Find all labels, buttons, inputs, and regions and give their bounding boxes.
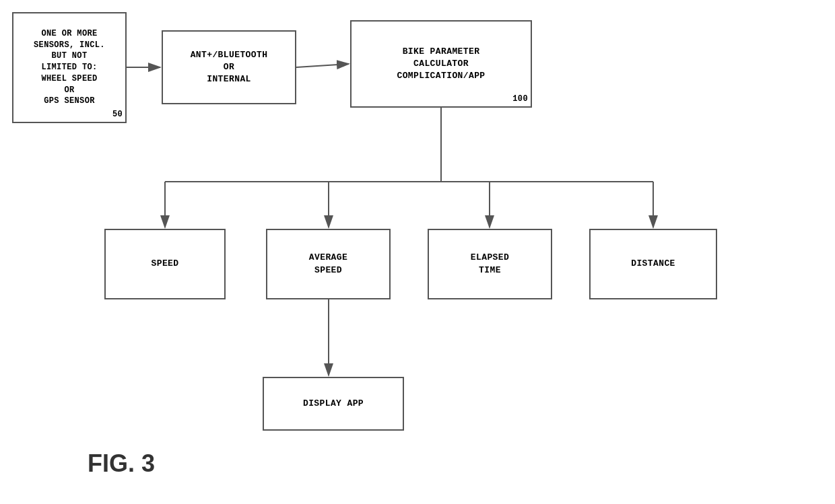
box-avg-speed: AVERAGESPEED — [266, 229, 391, 299]
diagram-container: ONE OR MORESENSORS, INCL.BUT NOTLIMITED … — [0, 0, 835, 504]
box-sensors: ONE OR MORESENSORS, INCL.BUT NOTLIMITED … — [12, 12, 127, 123]
box-ant-label: ANT+/BLUETOOTHORINTERNAL — [191, 49, 268, 86]
box-display-app-label: DISPLAY APP — [303, 398, 364, 410]
figure-label: FIG. 3 — [88, 449, 155, 478]
box-distance-label: DISTANCE — [631, 258, 675, 270]
box-avg-speed-label: AVERAGESPEED — [309, 252, 347, 276]
box-distance: DISTANCE — [589, 229, 717, 299]
box-elapsed-time: ELAPSEDTIME — [428, 229, 552, 299]
box-calculator-label: BIKE PARAMETERCALCULATORCOMPLICATION/APP — [397, 46, 485, 83]
box-speed-label: SPEED — [152, 258, 179, 270]
box-display-app: DISPLAY APP — [263, 377, 404, 431]
box-calculator: BIKE PARAMETERCALCULATORCOMPLICATION/APP… — [350, 20, 532, 108]
box-calculator-num: 100 — [512, 94, 528, 105]
box-sensors-label: ONE OR MORESENSORS, INCL.BUT NOTLIMITED … — [34, 28, 105, 108]
arrow-ant-to-calc — [296, 64, 349, 67]
box-elapsed-time-label: ELAPSEDTIME — [471, 252, 509, 276]
box-ant: ANT+/BLUETOOTHORINTERNAL — [162, 30, 296, 104]
box-sensors-num: 50 — [112, 109, 123, 120]
box-speed: SPEED — [104, 229, 226, 299]
